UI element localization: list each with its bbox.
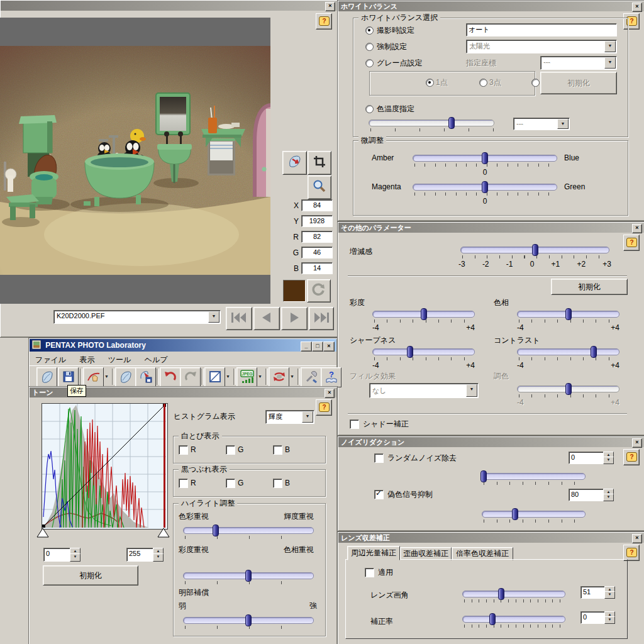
sensitivity-slider[interactable] (460, 243, 609, 258)
apply-parameters-button[interactable] (115, 367, 136, 387)
preview-titlebar[interactable] (1, 1, 337, 11)
main-close-button[interactable]: × (323, 341, 335, 352)
noise-reduction-titlebar[interactable]: ノイズリダクション (338, 437, 644, 447)
jpeg-dropdown-arrow[interactable]: ▼ (256, 367, 264, 386)
noise-reduction-close-button[interactable]: × (632, 438, 642, 448)
slider-thumb[interactable] (213, 525, 219, 536)
minimize-button[interactable]: _ (301, 341, 312, 352)
tone-tool-dropdown-arrow[interactable]: ▼ (103, 367, 111, 386)
correction-rate-spinner[interactable]: 0 ▲ ▼ (580, 611, 615, 624)
magenta-green-slider[interactable] (413, 180, 557, 196)
random-noise-slider[interactable] (482, 470, 586, 485)
histogram-curve-area[interactable] (42, 403, 168, 530)
slider-thumb[interactable] (482, 152, 488, 164)
slider-track[interactable] (462, 591, 565, 597)
preview-help-button[interactable]: ? (316, 13, 332, 30)
color-temp-radio[interactable] (365, 105, 374, 113)
slider-thumb[interactable] (407, 346, 413, 358)
last-image-button[interactable] (309, 307, 334, 330)
white-balance-close-button[interactable]: × (632, 3, 642, 12)
first-image-button[interactable] (226, 307, 252, 330)
filename-dropdown-arrow[interactable]: ▼ (208, 311, 219, 323)
main-titlebar[interactable]: PENTAX PHOTO Laboratory (30, 339, 336, 352)
correction-rate-value[interactable]: 0 (580, 611, 605, 624)
saturation-slider[interactable] (372, 308, 475, 323)
coord-combo[interactable]: --- ▼ (540, 56, 617, 70)
slider-thumb[interactable] (482, 181, 488, 193)
slider-track[interactable] (369, 119, 494, 126)
apply-checkbox[interactable] (365, 568, 374, 577)
tab-distortion[interactable]: 歪曲収差補正 (400, 547, 452, 560)
shadow-comp-checkbox[interactable] (350, 419, 359, 429)
amber-blue-slider[interactable] (413, 152, 557, 167)
slider-thumb[interactable] (245, 614, 252, 626)
black-clip-r-checkbox[interactable] (179, 479, 188, 488)
color-temp-combo[interactable]: --- ▼ (513, 118, 570, 130)
slider-track[interactable] (372, 348, 475, 355)
histogram-display-combo[interactable]: 輝度 ▼ (265, 410, 314, 424)
previous-image-button[interactable] (253, 307, 280, 330)
slider-thumb[interactable] (565, 383, 572, 395)
white-clip-r-checkbox[interactable] (179, 445, 188, 455)
compare-view-button[interactable] (204, 367, 225, 387)
histogram-dropdown-arrow[interactable]: ▼ (302, 411, 313, 423)
false-color-checkbox[interactable] (374, 490, 384, 499)
tone-help-button[interactable]: ? (316, 399, 332, 416)
toning-slider[interactable] (517, 382, 619, 397)
crop-button[interactable] (308, 151, 331, 175)
black-clip-b-checkbox[interactable] (273, 479, 282, 488)
sharpness-slider[interactable] (372, 345, 475, 360)
extract-image-button[interactable] (282, 151, 307, 175)
help-book-button[interactable]: ? (321, 367, 341, 387)
white-point-marker[interactable] (157, 528, 170, 538)
slider-thumb[interactable] (532, 244, 538, 256)
lens-angle-slider[interactable] (462, 587, 565, 602)
false-color-slider[interactable] (482, 508, 586, 523)
refresh-button[interactable] (307, 279, 331, 303)
point5-radio[interactable] (531, 79, 540, 87)
spin-down-button[interactable]: ▼ (603, 457, 614, 464)
slider-thumb[interactable] (448, 117, 455, 129)
white-clip-g-checkbox[interactable] (226, 445, 235, 455)
color-temp-dropdown-arrow[interactable]: ▼ (557, 119, 569, 129)
black-clip-g-checkbox[interactable] (226, 479, 235, 488)
filename-combo[interactable]: K20D2000.PEF ▼ (53, 310, 221, 324)
maximize-button[interactable]: □ (312, 341, 323, 352)
slider-track[interactable] (482, 473, 586, 480)
lens-angle-spinner[interactable]: 51 ▲ ▼ (580, 586, 615, 599)
bright-comp-slider[interactable] (183, 614, 314, 629)
filter-effect-combo[interactable]: なし ▼ (369, 383, 479, 398)
tone-init-button[interactable]: 初期化 (43, 565, 138, 586)
slider-track[interactable] (517, 348, 619, 355)
redo-button[interactable] (180, 367, 201, 387)
other-params-init-button[interactable]: 初期化 (551, 279, 628, 295)
slider-thumb[interactable] (245, 570, 252, 582)
random-noise-value[interactable]: 0 (569, 452, 604, 464)
gray-point-radio[interactable] (365, 59, 374, 67)
filter-dropdown-arrow[interactable]: ▼ (466, 384, 477, 397)
rotate-dropdown-arrow[interactable]: ▼ (288, 367, 296, 386)
tab-vignetting[interactable]: 周辺光量補正 (347, 546, 400, 560)
false-color-spinner[interactable]: 80 ▲ ▼ (569, 489, 614, 501)
contrast-slider[interactable] (517, 345, 619, 360)
slider-thumb[interactable] (489, 613, 496, 625)
white-balance-titlebar[interactable]: ホワイトバランス (338, 1, 644, 11)
spin-down-button[interactable]: ▼ (603, 494, 614, 501)
white-point-value[interactable]: 255 (126, 548, 153, 562)
undo-button[interactable] (160, 367, 180, 387)
save-parameters-button[interactable] (135, 367, 156, 387)
slider-thumb[interactable] (591, 346, 597, 358)
wb-init-button[interactable]: 初期化 (540, 72, 617, 94)
forced-setting-radio[interactable] (365, 43, 374, 51)
tab-chromatic[interactable]: 倍率色収差補正 (452, 547, 513, 560)
correction-rate-slider[interactable] (462, 613, 565, 628)
highlight-color-slider[interactable] (183, 524, 314, 539)
false-color-value[interactable]: 80 (569, 489, 604, 501)
lens-angle-value[interactable]: 51 (580, 586, 605, 599)
spin-down-button[interactable]: ▼ (153, 553, 164, 562)
lens-correction-titlebar[interactable]: レンズ収差補正 (338, 533, 644, 543)
spin-down-button[interactable]: ▼ (604, 591, 615, 599)
slider-thumb[interactable] (498, 588, 504, 600)
white-point-spinner[interactable]: 255 ▲ ▼ (126, 548, 164, 562)
spin-down-button[interactable]: ▼ (604, 616, 615, 624)
